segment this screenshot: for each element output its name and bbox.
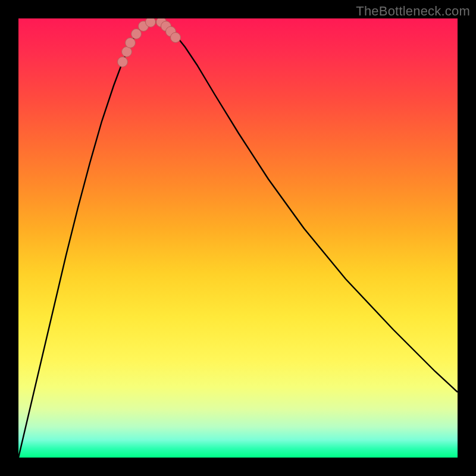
marker-point (146, 18, 156, 27)
chart-plot-area (18, 18, 458, 458)
watermark-text: TheBottleneck.com (356, 4, 470, 19)
marker-point (118, 57, 128, 67)
marker-point (171, 33, 181, 43)
marker-point (122, 47, 132, 57)
marker-point (126, 38, 136, 48)
bottleneck-curve (18, 22, 458, 458)
chart-svg (18, 18, 458, 458)
highlight-markers (118, 18, 181, 67)
marker-point (131, 29, 142, 39)
outer-frame: TheBottleneck.com (0, 0, 476, 476)
